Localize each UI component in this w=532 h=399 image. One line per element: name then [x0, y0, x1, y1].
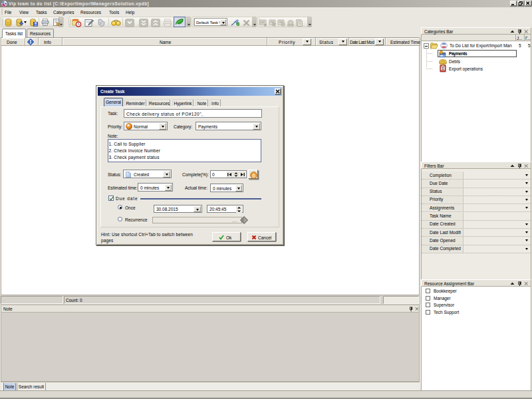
- svg-text:$: $: [442, 66, 444, 70]
